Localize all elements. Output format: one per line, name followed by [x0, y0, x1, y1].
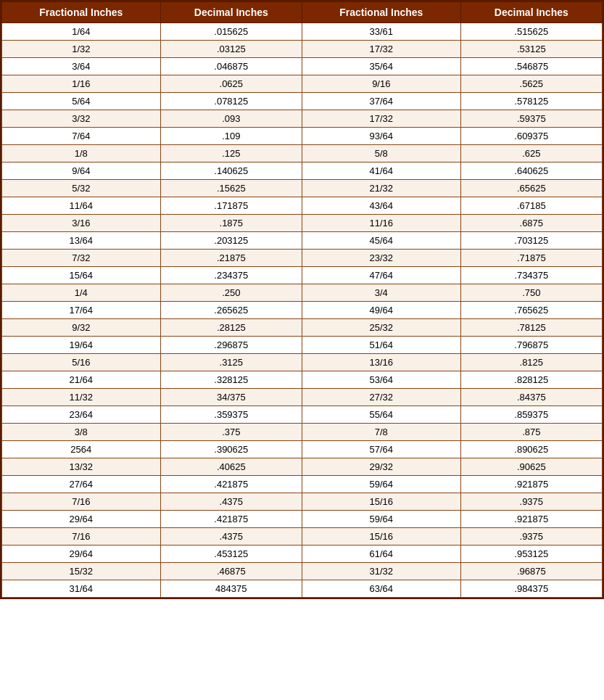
- table-cell: 23/32: [302, 250, 460, 267]
- table-cell: 51/64: [302, 337, 460, 354]
- table-cell: 2564: [2, 441, 161, 458]
- table-cell: .109: [160, 128, 302, 145]
- table-cell: .53125: [460, 41, 602, 58]
- table-cell: .59375: [460, 110, 602, 128]
- table-cell: .765625: [460, 302, 602, 319]
- table-row: 7/32.2187523/32.71875: [2, 250, 603, 267]
- table-cell: 5/64: [2, 93, 161, 110]
- table-cell: 23/64: [2, 406, 161, 424]
- table-cell: .640625: [460, 162, 602, 180]
- table-cell: 7/64: [2, 128, 161, 145]
- table-cell: .3125: [160, 354, 302, 371]
- table-cell: .78125: [460, 319, 602, 337]
- table-row: 5/64.07812537/64.578125: [2, 93, 603, 110]
- table-cell: .546875: [460, 58, 602, 75]
- table-cell: .1875: [160, 215, 302, 232]
- table-row: 1/4.2503/4.750: [2, 284, 603, 302]
- table-row: 7/16.437515/16.9375: [2, 528, 603, 545]
- table-cell: 35/64: [302, 58, 460, 75]
- table-cell: .46875: [160, 563, 302, 580]
- table-cell: 7/16: [2, 493, 161, 511]
- table-row: 3/64.04687535/64.546875: [2, 58, 603, 75]
- table-cell: 5/32: [2, 180, 161, 197]
- table-cell: .390625: [160, 441, 302, 458]
- header-col-2: Decimal Inches: [160, 2, 302, 23]
- table-cell: 59/64: [302, 476, 460, 493]
- table-cell: 7/8: [302, 424, 460, 441]
- table-cell: 13/64: [2, 232, 161, 250]
- table-row: 2564.39062557/64.890625: [2, 441, 603, 458]
- table-cell: 17/32: [302, 110, 460, 128]
- table-cell: .40625: [160, 458, 302, 476]
- table-cell: 11/32: [2, 389, 161, 406]
- table-cell: 9/32: [2, 319, 161, 337]
- table-cell: 5/8: [302, 145, 460, 162]
- table-cell: 31/32: [302, 563, 460, 580]
- table-cell: 484375: [160, 580, 302, 598]
- table-cell: .859375: [460, 406, 602, 424]
- table-cell: 47/64: [302, 267, 460, 284]
- table-cell: 3/8: [2, 424, 161, 441]
- table-cell: .203125: [160, 232, 302, 250]
- conversion-table: Fractional Inches Decimal Inches Fractio…: [0, 0, 604, 599]
- table-row: 11/3234/37527/32.84375: [2, 389, 603, 406]
- table-cell: .84375: [460, 389, 602, 406]
- table-row: 29/64.42187559/64.921875: [2, 511, 603, 528]
- header-col-4: Decimal Inches: [460, 2, 602, 23]
- table-cell: 5/16: [2, 354, 161, 371]
- table-cell: .750: [460, 284, 602, 302]
- table-row: 3/8.3757/8.875: [2, 424, 603, 441]
- table-cell: .28125: [160, 319, 302, 337]
- table-cell: 53/64: [302, 371, 460, 389]
- header-row: Fractional Inches Decimal Inches Fractio…: [2, 2, 603, 23]
- table-cell: 15/64: [2, 267, 161, 284]
- table-cell: .250: [160, 284, 302, 302]
- table-cell: .921875: [460, 476, 602, 493]
- header-col-1: Fractional Inches: [2, 2, 161, 23]
- table-cell: .67185: [460, 197, 602, 215]
- table-body: 1/64.01562533/61.5156251/32.0312517/32.5…: [2, 23, 603, 598]
- table-cell: .265625: [160, 302, 302, 319]
- table-cell: 61/64: [302, 545, 460, 563]
- table-row: 7/64.10993/64.609375: [2, 128, 603, 145]
- table-cell: .828125: [460, 371, 602, 389]
- table-row: 5/32.1562521/32.65625: [2, 180, 603, 197]
- table-cell: .578125: [460, 93, 602, 110]
- table-row: 9/64.14062541/64.640625: [2, 162, 603, 180]
- table-cell: 9/16: [302, 75, 460, 93]
- table-row: 1/64.01562533/61.515625: [2, 23, 603, 41]
- table-cell: 25/32: [302, 319, 460, 337]
- table-cell: .796875: [460, 337, 602, 354]
- table-cell: .890625: [460, 441, 602, 458]
- table-cell: 93/64: [302, 128, 460, 145]
- table-cell: 43/64: [302, 197, 460, 215]
- table-row: 7/16.437515/16.9375: [2, 493, 603, 511]
- table-cell: .515625: [460, 23, 602, 41]
- table-cell: .328125: [160, 371, 302, 389]
- table-row: 5/16.312513/16.8125: [2, 354, 603, 371]
- table-row: 31/6448437563/64.984375: [2, 580, 603, 598]
- table-cell: .6875: [460, 215, 602, 232]
- table-row: 13/32.4062529/32.90625: [2, 458, 603, 476]
- table-cell: 3/4: [302, 284, 460, 302]
- table-cell: 31/64: [2, 580, 161, 598]
- table-cell: .421875: [160, 511, 302, 528]
- header-col-3: Fractional Inches: [302, 2, 460, 23]
- table-cell: .90625: [460, 458, 602, 476]
- table-cell: .234375: [160, 267, 302, 284]
- table-cell: .703125: [460, 232, 602, 250]
- table-row: 21/64.32812553/64.828125: [2, 371, 603, 389]
- table-cell: .15625: [160, 180, 302, 197]
- table-cell: 1/64: [2, 23, 161, 41]
- table-cell: .140625: [160, 162, 302, 180]
- table-cell: .375: [160, 424, 302, 441]
- table-row: 1/32.0312517/32.53125: [2, 41, 603, 58]
- table-row: 3/16.187511/16.6875: [2, 215, 603, 232]
- table-cell: .078125: [160, 93, 302, 110]
- table-row: 15/32.4687531/32.96875: [2, 563, 603, 580]
- table-cell: 9/64: [2, 162, 161, 180]
- table-cell: 13/16: [302, 354, 460, 371]
- table-cell: 3/32: [2, 110, 161, 128]
- table-cell: .171875: [160, 197, 302, 215]
- table-cell: 1/8: [2, 145, 161, 162]
